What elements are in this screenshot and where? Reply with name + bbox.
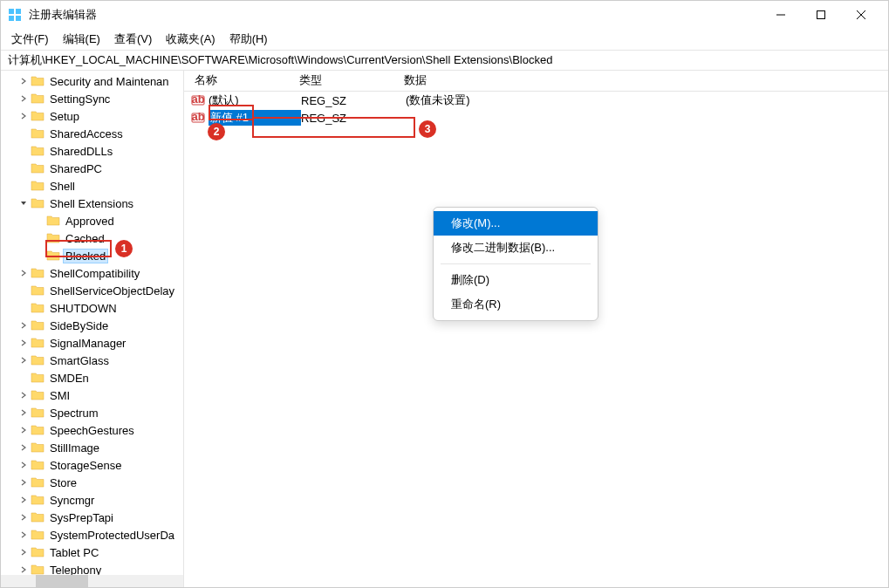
context-menu: 修改(M)... 修改二进制数据(B)... 删除(D) 重命名(R) <box>433 207 598 321</box>
tree-item-label: Shell <box>48 180 77 193</box>
ctx-delete[interactable]: 删除(D) <box>434 268 598 292</box>
menu-favorites[interactable]: 收藏夹(A) <box>161 30 220 49</box>
folder-icon <box>31 475 44 489</box>
tree-item[interactable]: SmartGlass <box>1 352 183 369</box>
menu-view[interactable]: 查看(V) <box>109 30 157 49</box>
folder-icon <box>31 74 44 88</box>
value-row[interactable]: ab 新值 #1 REG_SZ <box>184 109 888 126</box>
tree-item[interactable]: Tablet PC <box>1 544 183 561</box>
tree-item[interactable]: ShellCompatibility <box>1 264 183 282</box>
value-row[interactable]: ab (默认) REG_SZ (数值未设置) <box>184 92 888 109</box>
value-data: (数值未设置) <box>406 92 888 108</box>
ctx-modify-binary[interactable]: 修改二进制数据(B)... <box>434 236 598 260</box>
tree-item[interactable]: StillImage <box>1 439 183 456</box>
chevron-right-icon[interactable] <box>17 443 31 452</box>
tree-item-label: SystemProtectedUserDa <box>48 529 176 542</box>
tree-item[interactable]: Approved <box>1 212 183 229</box>
content-area: Security and MaintenanSettingSyncSetupSh… <box>1 71 888 587</box>
chevron-right-icon[interactable] <box>17 548 31 557</box>
chevron-right-icon[interactable] <box>17 356 31 365</box>
chevron-right-icon[interactable] <box>17 321 31 330</box>
folder-icon <box>31 528 44 542</box>
chevron-right-icon[interactable] <box>17 513 31 522</box>
list-header: 名称 类型 数据 <box>184 71 888 92</box>
tree-item[interactable]: SharedPC <box>1 160 183 177</box>
chevron-right-icon[interactable] <box>17 530 31 539</box>
chevron-right-icon[interactable] <box>17 496 31 504</box>
chevron-right-icon[interactable] <box>17 461 31 469</box>
folder-icon <box>31 493 44 507</box>
chevron-right-icon[interactable] <box>17 391 31 400</box>
maximize-button[interactable] <box>801 1 841 29</box>
folder-icon <box>31 423 44 437</box>
tree-item[interactable]: SysPrepTapi <box>1 509 183 526</box>
folder-icon <box>31 301 44 315</box>
tree-item[interactable]: SMI <box>1 386 183 404</box>
folder-icon <box>31 144 44 158</box>
chevron-right-icon[interactable] <box>17 77 31 85</box>
chevron-right-icon[interactable] <box>17 338 31 347</box>
chevron-right-icon[interactable] <box>17 94 31 103</box>
list-body[interactable]: ab (默认) REG_SZ (数值未设置) ab 新值 #1 REG_SZ <box>184 92 888 587</box>
tree-item-label: SmartGlass <box>48 354 111 367</box>
window-controls <box>761 1 881 29</box>
tree-item-label: SettingSync <box>48 92 112 106</box>
tree-item[interactable]: SHUTDOWN <box>1 299 183 317</box>
tree-item[interactable]: Blocked <box>1 247 183 264</box>
chevron-right-icon[interactable] <box>17 478 31 487</box>
menu-file[interactable]: 文件(F) <box>6 30 54 49</box>
tree-item[interactable]: SMDEn <box>1 369 183 386</box>
chevron-right-icon[interactable] <box>17 408 31 417</box>
folder-icon <box>31 284 44 297</box>
tree-item[interactable]: SharedAccess <box>1 125 183 142</box>
string-value-icon: ab <box>191 111 205 125</box>
tree-item[interactable]: SharedDLLs <box>1 142 183 160</box>
ctx-rename[interactable]: 重命名(R) <box>434 292 598 317</box>
folder-icon <box>31 353 44 367</box>
tree-item[interactable]: Security and Maintenan <box>1 72 183 90</box>
tree-item[interactable]: Store <box>1 474 183 491</box>
tree-item[interactable]: SignalManager <box>1 334 183 352</box>
column-header-name[interactable]: 名称 <box>184 71 289 91</box>
menu-edit[interactable]: 编辑(E) <box>58 30 106 49</box>
ctx-modify[interactable]: 修改(M)... <box>434 211 598 236</box>
tree-item[interactable]: SystemProtectedUserDa <box>1 526 183 544</box>
value-type: REG_SZ <box>301 94 406 107</box>
tree-item[interactable]: Syncmgr <box>1 491 183 509</box>
scrollbar-thumb[interactable] <box>36 575 88 587</box>
tree-item[interactable]: ShellServiceObjectDelay <box>1 282 183 299</box>
tree-pane[interactable]: Security and MaintenanSettingSyncSetupSh… <box>1 71 184 587</box>
column-header-data[interactable]: 数据 <box>393 71 888 91</box>
tree-item[interactable]: Shell <box>1 177 183 195</box>
tree-item-label: StillImage <box>48 441 101 455</box>
titlebar: 注册表编辑器 <box>1 1 888 29</box>
tree-item-label: ShellServiceObjectDelay <box>48 284 176 297</box>
menu-help[interactable]: 帮助(H) <box>224 30 273 49</box>
tree-list: Security and MaintenanSettingSyncSetupSh… <box>1 71 183 580</box>
horizontal-scrollbar[interactable] <box>1 575 183 587</box>
tree-item[interactable]: Setup <box>1 107 183 125</box>
chevron-right-icon[interactable] <box>17 565 31 574</box>
svg-text:ab: ab <box>191 93 204 106</box>
minimize-button[interactable] <box>761 1 801 29</box>
svg-rect-2 <box>9 16 14 21</box>
column-header-type[interactable]: 类型 <box>289 71 393 91</box>
tree-item[interactable]: SettingSync <box>1 90 183 107</box>
tree-item[interactable]: Cached <box>1 229 183 247</box>
menubar: 文件(F) 编辑(E) 查看(V) 收藏夹(A) 帮助(H) <box>1 29 888 50</box>
chevron-down-icon[interactable] <box>17 199 31 208</box>
close-button[interactable] <box>841 1 881 29</box>
tree-item-label: Shell Extensions <box>48 197 135 210</box>
chevron-right-icon[interactable] <box>17 269 31 277</box>
ctx-separator <box>441 263 591 264</box>
tree-item[interactable]: StorageSense <box>1 456 183 474</box>
tree-item[interactable]: SpeechGestures <box>1 421 183 439</box>
tree-item[interactable]: Spectrum <box>1 404 183 421</box>
tree-item[interactable]: Shell Extensions <box>1 195 183 212</box>
tree-item-label: Store <box>48 476 79 489</box>
tree-item-label: StorageSense <box>48 459 123 472</box>
tree-item[interactable]: SideBySide <box>1 317 183 334</box>
chevron-right-icon[interactable] <box>17 426 31 434</box>
chevron-right-icon[interactable] <box>17 112 31 120</box>
address-bar[interactable]: 计算机\HKEY_LOCAL_MACHINE\SOFTWARE\Microsof… <box>1 50 888 71</box>
